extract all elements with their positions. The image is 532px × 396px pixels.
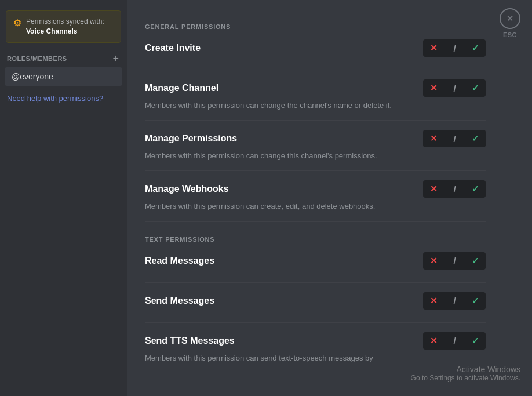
permission-name-read-messages: Read Messages xyxy=(145,256,214,266)
allow-btn-manage-webhooks[interactable]: ✓ xyxy=(465,180,486,198)
permission-top: Create Invite ✕ / ✓ xyxy=(145,39,486,57)
permission-name-manage-channel: Manage Channel xyxy=(145,83,218,93)
deny-btn-manage-webhooks[interactable]: ✕ xyxy=(423,180,444,198)
permission-row-manage-channel: Manage Channel ✕ / ✓ Members with this p… xyxy=(145,79,486,121)
esc-button[interactable]: ✕ ESC xyxy=(500,8,520,38)
allow-btn-send-tts-messages[interactable]: ✓ xyxy=(465,332,486,350)
permission-desc-manage-channel: Members with this permission can change … xyxy=(145,100,435,111)
neutral-btn-create-invite[interactable]: / xyxy=(444,39,465,57)
permission-name-manage-permissions: Manage Permissions xyxy=(145,133,237,144)
permission-row-manage-webhooks: Manage Webhooks ✕ / ✓ Members with this … xyxy=(145,180,486,221)
deny-btn-manage-channel[interactable]: ✕ xyxy=(423,79,444,97)
deny-btn-create-invite[interactable]: ✕ xyxy=(423,39,444,57)
neutral-btn-manage-permissions[interactable]: / xyxy=(444,130,465,147)
deny-btn-send-tts-messages[interactable]: ✕ xyxy=(423,332,444,350)
sync-banner: ⚙ Permissions synced with: Voice Channel… xyxy=(6,10,121,43)
help-permissions-link[interactable]: Need help with permissions? xyxy=(0,86,127,106)
toggle-group-manage-permissions: ✕ / ✓ xyxy=(423,130,486,147)
content-inner: GENERAL PERMISSIONS Create Invite ✕ / ✓ … xyxy=(127,0,532,396)
permission-row-manage-permissions: Manage Permissions ✕ / ✓ Members with th… xyxy=(145,130,486,171)
permission-top: Send Messages ✕ / ✓ xyxy=(145,292,486,310)
permission-name-create-invite: Create Invite xyxy=(145,43,201,53)
esc-label: ESC xyxy=(503,31,517,38)
toggle-group-create-invite: ✕ / ✓ xyxy=(423,39,486,57)
permission-name-send-tts-messages: Send TTS Messages xyxy=(145,336,235,346)
add-role-button[interactable]: + xyxy=(111,53,120,64)
role-item-everyone[interactable]: @everyone xyxy=(5,67,122,86)
deny-btn-read-messages[interactable]: ✕ xyxy=(423,252,444,270)
allow-btn-send-messages[interactable]: ✓ xyxy=(465,292,486,310)
sync-line1: Permissions synced with: xyxy=(26,17,104,26)
permission-name-manage-webhooks: Manage Webhooks xyxy=(145,184,229,194)
sync-icon: ⚙ xyxy=(13,17,21,28)
permission-row-create-invite: Create Invite ✕ / ✓ xyxy=(145,39,486,70)
permission-top: Read Messages ✕ / ✓ xyxy=(145,252,486,270)
esc-icon: ✕ xyxy=(507,14,513,23)
neutral-btn-manage-webhooks[interactable]: / xyxy=(444,180,465,198)
allow-btn-create-invite[interactable]: ✓ xyxy=(465,39,486,57)
allow-btn-read-messages[interactable]: ✓ xyxy=(465,252,486,270)
permission-top: Send TTS Messages ✕ / ✓ xyxy=(145,332,486,350)
role-item-label: @everyone xyxy=(12,72,53,81)
permission-row-send-messages: Send Messages ✕ / ✓ xyxy=(145,292,486,323)
deny-btn-manage-permissions[interactable]: ✕ xyxy=(423,130,444,147)
neutral-btn-send-messages[interactable]: / xyxy=(444,292,465,310)
neutral-btn-read-messages[interactable]: / xyxy=(444,252,465,270)
toggle-group-read-messages: ✕ / ✓ xyxy=(423,252,486,270)
roles-header: ROLES/MEMBERS + xyxy=(0,51,127,67)
sidebar: ⚙ Permissions synced with: Voice Channel… xyxy=(0,0,127,396)
toggle-group-manage-webhooks: ✕ / ✓ xyxy=(423,180,486,198)
neutral-btn-send-tts-messages[interactable]: / xyxy=(444,332,465,350)
toggle-group-send-messages: ✕ / ✓ xyxy=(423,292,486,310)
permission-desc-send-tts-messages: Members with this permission can send te… xyxy=(145,353,435,364)
toggle-group-manage-channel: ✕ / ✓ xyxy=(423,79,486,97)
permission-desc-manage-permissions: Members with this permission can change … xyxy=(145,151,435,161)
sync-text: Permissions synced with: Voice Channels xyxy=(26,17,104,37)
roles-label: ROLES/MEMBERS xyxy=(7,55,67,62)
permission-row-read-messages: Read Messages ✕ / ✓ xyxy=(145,252,486,283)
permission-top: Manage Permissions ✕ / ✓ xyxy=(145,130,486,147)
permission-row-send-tts-messages: Send TTS Messages ✕ / ✓ Members with thi… xyxy=(145,332,486,373)
allow-btn-manage-permissions[interactable]: ✓ xyxy=(465,130,486,147)
general-permissions-header: GENERAL PERMISSIONS xyxy=(145,23,486,30)
toggle-group-send-tts-messages: ✕ / ✓ xyxy=(423,332,486,350)
permission-top: Manage Webhooks ✕ / ✓ xyxy=(145,180,486,198)
sync-line2: Voice Channels xyxy=(26,27,104,37)
permission-desc-manage-webhooks: Members with this permission can create,… xyxy=(145,201,435,212)
allow-btn-manage-channel[interactable]: ✓ xyxy=(465,79,486,97)
deny-btn-send-messages[interactable]: ✕ xyxy=(423,292,444,310)
permission-name-send-messages: Send Messages xyxy=(145,296,214,306)
esc-circle: ✕ xyxy=(500,8,520,29)
permission-top: Manage Channel ✕ / ✓ xyxy=(145,79,486,97)
main-content: ✕ ESC GENERAL PERMISSIONS Create Invite … xyxy=(127,0,532,396)
text-permissions-header: TEXT PERMISSIONS xyxy=(145,236,486,243)
neutral-btn-manage-channel[interactable]: / xyxy=(444,79,465,97)
